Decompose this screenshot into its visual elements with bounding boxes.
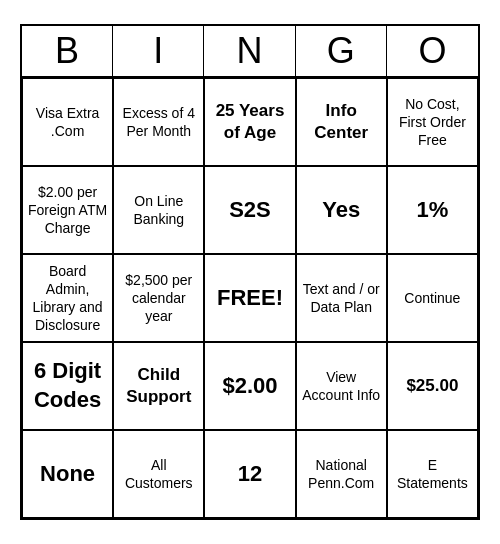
bingo-cell: Visa Extra .Com [22, 78, 113, 166]
bingo-cell: None [22, 430, 113, 518]
bingo-cell: 6 Digit Codes [22, 342, 113, 430]
bingo-cell: Text and / or Data Plan [296, 254, 387, 342]
bingo-cell: Yes [296, 166, 387, 254]
header-letter: O [387, 26, 478, 76]
bingo-cell: Continue [387, 254, 478, 342]
bingo-cell: Info Center [296, 78, 387, 166]
header-letter: I [113, 26, 204, 76]
header-letter: N [204, 26, 295, 76]
bingo-cell: FREE! [204, 254, 295, 342]
bingo-cell: View Account Info [296, 342, 387, 430]
bingo-cell: Excess of 4 Per Month [113, 78, 204, 166]
bingo-cell: National Penn.Com [296, 430, 387, 518]
bingo-cell: Board Admin, Library and Disclosure [22, 254, 113, 342]
bingo-cell: Child Support [113, 342, 204, 430]
bingo-cell: On Line Banking [113, 166, 204, 254]
header-letter: B [22, 26, 113, 76]
bingo-cell: $2.00 per Foreign ATM Charge [22, 166, 113, 254]
bingo-cell: 12 [204, 430, 295, 518]
bingo-grid: Visa Extra .ComExcess of 4 Per Month25 Y… [22, 78, 478, 518]
bingo-cell: $2.00 [204, 342, 295, 430]
bingo-cell: All Customers [113, 430, 204, 518]
bingo-cell: 25 Years of Age [204, 78, 295, 166]
bingo-card: BINGO Visa Extra .ComExcess of 4 Per Mon… [20, 24, 480, 520]
bingo-cell: E Statements [387, 430, 478, 518]
bingo-cell: $2,500 per calendar year [113, 254, 204, 342]
header-letter: G [296, 26, 387, 76]
bingo-header: BINGO [22, 26, 478, 78]
bingo-cell: 1% [387, 166, 478, 254]
bingo-cell: $25.00 [387, 342, 478, 430]
bingo-cell: S2S [204, 166, 295, 254]
bingo-cell: No Cost, First Order Free [387, 78, 478, 166]
